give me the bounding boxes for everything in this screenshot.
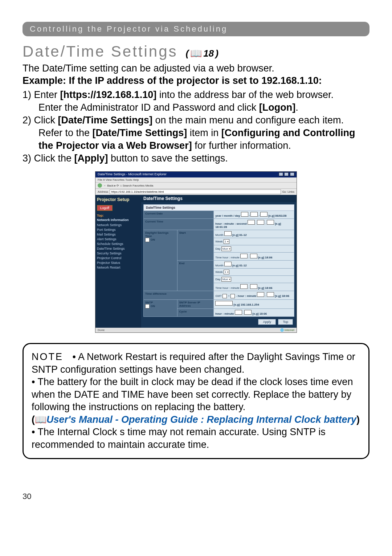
dst-on-checkbox[interactable] [145, 238, 150, 242]
month-input[interactable] [250, 212, 258, 217]
sidebar-network-info[interactable]: Network Information [97, 218, 140, 222]
timediff-label: Time difference [144, 291, 214, 300]
dst-end-day-select[interactable]: Mon [221, 277, 232, 282]
dst-start-hour-input[interactable] [240, 254, 248, 258]
sidebar-item-network-settings[interactable]: Network Settings [97, 223, 140, 227]
table-header: Date/Time Settings [144, 205, 294, 211]
note-link-suffix: ) [356, 414, 360, 425]
note-p3: The Internal Clock s time may not remain… [32, 426, 326, 450]
cycle-min-input[interactable] [244, 310, 252, 315]
note-link-prefix: ( [32, 414, 35, 425]
dst-end-week-select[interactable]: 1 [224, 270, 229, 274]
address-bar: Address Go Links [95, 188, 297, 195]
minute-input[interactable] [257, 220, 264, 225]
sntp-group-label: SNTP ON [144, 299, 177, 316]
sidebar-top: Top: [97, 214, 140, 217]
status-bar: Done 🌐 Internet [95, 328, 297, 332]
sidebar-item-datetime-settings[interactable]: Date/Time Settings [97, 247, 140, 250]
note-box: NOTE • A Network Restart is required aft… [23, 343, 369, 459]
address-input[interactable] [110, 189, 281, 194]
page-number: 30 [23, 492, 369, 501]
section-title: Date/Time Settings [23, 43, 178, 60]
sntp-ip-input[interactable] [215, 301, 233, 306]
sidebar-item-security-settings[interactable]: Security Settings [97, 252, 140, 255]
status-done: Done [98, 328, 105, 332]
sidebar-item-projector-control[interactable]: Projector Control [97, 256, 140, 260]
toolbar-text: ← Back ▸ ⟳ ⌂ Search Favorites Media [103, 184, 153, 187]
apply-button[interactable]: Apply [258, 319, 276, 325]
go-button[interactable]: Go [282, 190, 286, 193]
close-icon[interactable] [290, 172, 294, 176]
back-icon[interactable] [98, 183, 102, 188]
embedded-screenshot: Date/Time Settings - Microsoft Internet … [95, 171, 297, 333]
page-ref-number: 18 [203, 48, 214, 59]
sidebar-item-alert-settings[interactable]: Alert Settings [97, 237, 140, 241]
book-icon: 📖 [190, 48, 202, 59]
dst-start-day-select[interactable]: Mon [221, 246, 232, 251]
sidebar-item-schedule-settings[interactable]: Schedule Settings [97, 242, 140, 246]
dst-end-hour-input[interactable] [240, 284, 248, 289]
day-input[interactable] [260, 212, 268, 217]
sntp-on-checkbox[interactable] [145, 304, 150, 308]
address-label: Address [98, 190, 108, 193]
row-current-date-label: Current Date [144, 211, 214, 219]
datetime-table: Date/Time Settings Current Date year / m… [143, 204, 294, 317]
open-paren: ( [186, 48, 189, 59]
manual-reference-link: User's Manual - Operating Guide : Replac… [46, 414, 356, 425]
sidebar: Projector Setup Logoff Top: Network Info… [95, 195, 141, 328]
close-paren: ) [215, 48, 219, 59]
window-controls[interactable] [278, 172, 294, 177]
year-input[interactable] [241, 212, 248, 217]
second-input[interactable] [267, 220, 274, 225]
dst-start-min-input[interactable] [250, 254, 257, 258]
intro-line1: The Date/Time setting can be adjusted vi… [23, 62, 369, 75]
status-internet: 🌐 Internet [280, 328, 294, 332]
dst-end-label: End [177, 261, 214, 291]
row-current-time-label: Current Time [144, 219, 214, 230]
steps-list: 1) Enter [https://192.168.1.10] into the… [23, 89, 369, 165]
cycle-hour-input[interactable] [235, 310, 242, 315]
note-label: NOTE [32, 351, 63, 363]
toolbar[interactable]: ← Back ▸ ⟳ ⌂ Search Favorites Media [95, 182, 297, 188]
dst-start-week-select[interactable]: 1 [224, 239, 229, 244]
minimize-icon[interactable] [279, 172, 283, 176]
gmt-plus-radio[interactable] [222, 294, 227, 298]
row-current-time-value: hour : minute : second : : [e.g] 18:01:2… [214, 219, 294, 230]
sidebar-item-network-restart[interactable]: Network Restart [97, 266, 140, 269]
note-p2: The battery for the built in clock may b… [32, 376, 353, 412]
links-label: Links [287, 190, 294, 193]
sidebar-item-port-settings[interactable]: Port Settings [97, 228, 140, 232]
logoff-button[interactable]: Logoff [97, 205, 113, 211]
menu-bar[interactable]: File It View Favorites Tools Help [95, 177, 297, 182]
note-p1: A Network Restart is required after the … [32, 351, 355, 375]
page-reference: ( 📖 18 ) [186, 48, 219, 59]
intro-example: Example: If the IP address of the projec… [23, 75, 369, 87]
timediff-hour-input[interactable] [257, 292, 264, 297]
sidebar-item-mail-settings[interactable]: Mail Settings [97, 233, 140, 236]
main-title: Date/Time Settings [141, 195, 297, 202]
sntp-ip-label: SNTP Server IP Address [177, 299, 214, 308]
row-current-date-value: year / month / day / / [e.g] 06/01/28 [214, 211, 294, 219]
top-button[interactable]: Top [278, 319, 293, 325]
sidebar-item-projector-status[interactable]: Projector Status [97, 261, 140, 265]
note-bullet: • [73, 351, 76, 362]
dst-start-label: Start [177, 230, 214, 261]
window-title: Date/Time Settings - Microsoft Internet … [98, 172, 167, 177]
breadcrumb: Controlling the Projector via Scheduling [23, 22, 369, 36]
window-titlebar: Date/Time Settings - Microsoft Internet … [95, 172, 297, 177]
dst-start-month-input[interactable] [224, 231, 232, 236]
gmt-minus-radio[interactable] [230, 294, 235, 298]
book-icon: 📖 [35, 414, 46, 425]
dst-end-min-input[interactable] [250, 284, 257, 289]
sidebar-logo: Projector Setup [97, 197, 140, 202]
dst-group-label: Daylight Savings Time ON [144, 230, 177, 291]
dst-end-month-input[interactable] [224, 262, 232, 266]
sntp-cycle-label: Cycle [177, 308, 214, 316]
maximize-icon[interactable] [284, 172, 289, 176]
hour-input[interactable] [248, 220, 255, 225]
main-panel: Date/Time Settings Date/Time Settings Cu… [141, 195, 297, 328]
timediff-min-input[interactable] [267, 292, 274, 297]
